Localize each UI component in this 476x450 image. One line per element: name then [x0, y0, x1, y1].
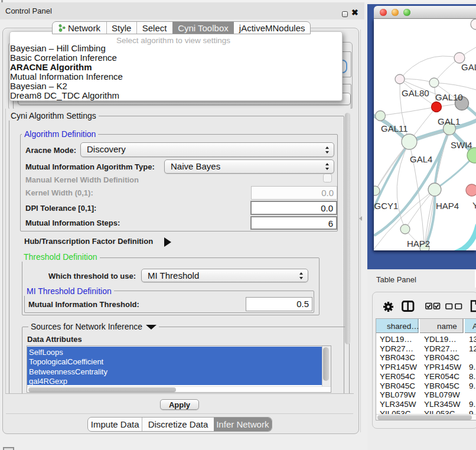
svg-text:SWI4: SWI4 [451, 140, 472, 150]
svg-text:GAL11: GAL11 [381, 123, 408, 133]
svg-text:HAP2: HAP2 [407, 239, 430, 249]
svg-text:GAL4: GAL4 [410, 154, 432, 164]
svg-text:GAL1: GAL1 [438, 116, 460, 126]
svg-text:GAL10: GAL10 [435, 92, 463, 102]
svg-text:HAP4: HAP4 [436, 201, 459, 211]
svg-text:GAL7: GAL7 [461, 62, 476, 72]
svg-text:GCY1: GCY1 [374, 201, 399, 211]
svg-text:Y: Y [472, 200, 476, 210]
svg-text:GAL80: GAL80 [402, 88, 429, 98]
